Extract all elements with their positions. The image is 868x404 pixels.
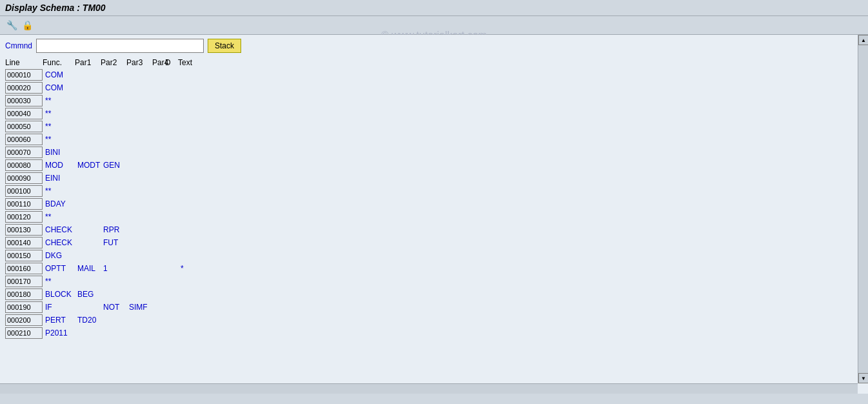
toolbar: 🔧 🔒 © www.tutorialkart.com: [0, 16, 868, 35]
table-row: 000160OPTTMAIL1*: [5, 262, 863, 275]
table-row: 000120**: [5, 210, 863, 223]
cell-func[interactable]: P2011: [43, 328, 75, 338]
scrollbar-right[interactable]: ▲ ▼: [858, 35, 868, 383]
cell-line: 000030: [5, 95, 43, 106]
cell-line: 000120: [5, 211, 43, 223]
cell-func[interactable]: MOD: [43, 161, 75, 170]
cell-func[interactable]: EINI: [43, 174, 75, 183]
cell-par2: 1: [101, 264, 126, 273]
cell-line: 000080: [5, 159, 43, 171]
col-header-text: Text: [178, 58, 307, 67]
cell-line: 000070: [5, 146, 43, 158]
cell-line: 000140: [5, 237, 43, 248]
scroll-down-button[interactable]: ▼: [858, 373, 868, 383]
cell-line: 000100: [5, 185, 43, 197]
stack-button[interactable]: Stack: [208, 39, 241, 53]
cell-line: 000180: [5, 288, 43, 300]
cell-line: 000190: [5, 301, 43, 313]
cell-par1: BEG: [75, 290, 101, 299]
col-header-par1: Par1: [75, 58, 101, 67]
cell-par2: NOT: [101, 303, 126, 312]
scrollbar-bottom[interactable]: [0, 383, 858, 394]
cell-func[interactable]: IF: [43, 303, 75, 312]
cell-line: 000200: [5, 314, 43, 326]
cell-line: 000040: [5, 108, 43, 119]
cell-func[interactable]: **: [43, 122, 75, 131]
table-row: 000180BLOCKBEG: [5, 288, 863, 301]
title-bar: Display Schema : TM00: [0, 0, 868, 16]
cell-func[interactable]: **: [43, 109, 75, 118]
cell-func[interactable]: **: [43, 135, 75, 144]
scroll-up-button[interactable]: ▲: [858, 35, 868, 45]
table-header: Line Func. Par1 Par2 Par3 Par4 D Text: [0, 57, 868, 68]
cell-func[interactable]: CHECK: [43, 238, 75, 247]
cell-func[interactable]: COM: [43, 70, 75, 79]
table-rows: 000010COM000020COM000030**000040**000050…: [0, 68, 868, 339]
table-row: 000030**: [5, 94, 863, 107]
table-row: 000100**: [5, 185, 863, 197]
cell-par2: GEN: [101, 161, 126, 170]
col-header-line: Line: [5, 58, 43, 67]
cell-line: 000170: [5, 276, 43, 287]
table-row: 000170**: [5, 275, 863, 288]
cell-line: 000060: [5, 134, 43, 145]
col-header-par2: Par2: [101, 58, 126, 67]
main-content: Cmmnd Stack Line Func. Par1 Par2 Par3 Pa…: [0, 35, 868, 394]
table-row: 000060**: [5, 133, 863, 146]
cell-par3: SIMF: [126, 303, 152, 312]
table-row: 000070BINI: [5, 146, 863, 159]
cell-line: 000010: [5, 69, 43, 81]
col-header-d: D: [165, 58, 178, 67]
col-header-par3: Par3: [126, 58, 152, 67]
cell-func[interactable]: BLOCK: [43, 290, 75, 299]
command-label: Cmmnd: [5, 41, 32, 50]
cell-par2: RPR: [101, 225, 126, 234]
cell-func[interactable]: **: [43, 277, 75, 286]
table-row: 000090EINI: [5, 172, 863, 185]
cell-line: 000150: [5, 250, 43, 261]
cell-func[interactable]: DKG: [43, 251, 75, 260]
wrench-icon[interactable]: 🔧: [5, 19, 18, 32]
command-bar: Cmmnd Stack: [0, 35, 868, 57]
page-title: Display Schema : TM00: [5, 3, 106, 13]
table-row: 000210P2011: [5, 327, 863, 339]
cell-par1: MAIL: [75, 264, 101, 273]
lock-icon[interactable]: 🔒: [21, 19, 34, 32]
table-row: 000010COM: [5, 68, 863, 81]
table-row: 000150DKG: [5, 249, 863, 262]
cell-line: 000210: [5, 327, 43, 339]
cell-par1: TD20: [75, 316, 101, 325]
table-row: 000050**: [5, 120, 863, 133]
table-row: 000200PERTTD20: [5, 314, 863, 327]
table-row: 000140CHECKFUT: [5, 236, 863, 249]
cell-line: 000110: [5, 198, 43, 210]
table-row: 000020COM: [5, 81, 863, 94]
cell-func[interactable]: OPTT: [43, 264, 75, 273]
cell-func[interactable]: BINI: [43, 148, 75, 157]
table-row: 000080MODMODTGEN: [5, 159, 863, 172]
cell-func[interactable]: PERT: [43, 316, 75, 325]
col-header-par4: Par4: [152, 58, 165, 67]
cell-line: 000160: [5, 263, 43, 274]
cell-text: *: [178, 264, 307, 273]
cell-func[interactable]: **: [43, 212, 75, 221]
cell-par2: FUT: [101, 238, 126, 247]
cell-func[interactable]: COM: [43, 83, 75, 92]
cell-line: 000020: [5, 82, 43, 94]
cell-par1: MODT: [75, 161, 101, 170]
table-row: 000130CHECKRPR: [5, 223, 863, 236]
cell-line: 000130: [5, 224, 43, 236]
cell-line: 000050: [5, 121, 43, 132]
col-header-func: Func.: [43, 58, 75, 67]
cell-func[interactable]: **: [43, 96, 75, 105]
cell-line: 000090: [5, 172, 43, 184]
table-row: 000190IFNOTSIMF: [5, 301, 863, 314]
table-row: 000040**: [5, 107, 863, 120]
cell-func[interactable]: **: [43, 187, 75, 196]
table-row: 000110BDAY: [5, 197, 863, 210]
cell-func[interactable]: CHECK: [43, 225, 75, 234]
cell-func[interactable]: BDAY: [43, 199, 75, 208]
command-input[interactable]: [36, 39, 204, 53]
